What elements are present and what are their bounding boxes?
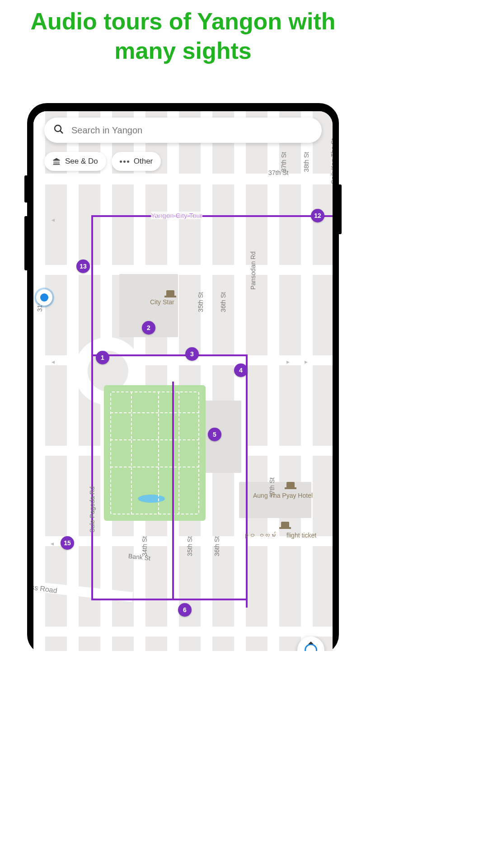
chip-label: Other (134, 157, 153, 166)
poi-marker-4[interactable]: 4 (234, 363, 248, 377)
search-icon (53, 124, 64, 137)
search-input[interactable] (71, 125, 313, 136)
promo-headline: Audio tours of Yangon with many sights (0, 0, 366, 75)
street-label: Seik Kan Tha St (330, 138, 333, 184)
poi-marker-15[interactable]: 15 (61, 536, 74, 550)
street-label: 36th St (220, 292, 227, 312)
poi-marker-2[interactable]: 2 (142, 321, 155, 335)
street-label: 36th St (213, 536, 221, 556)
chip-label: See & Do (65, 157, 98, 166)
street-label: 37th St (268, 169, 288, 176)
phone-frame: Yangon City Tour 31st St35th St36th StPa… (27, 103, 339, 651)
poi-marker-1[interactable]: 1 (96, 351, 109, 364)
poi-marker-5[interactable]: 5 (208, 428, 221, 441)
chip-other[interactable]: Other (112, 152, 161, 171)
street-label: Sule Pagoda Rd (89, 486, 96, 533)
poi-marker-6[interactable]: 6 (178, 603, 192, 617)
museum-icon (52, 157, 61, 165)
poi-marker-12[interactable]: 12 (311, 209, 324, 222)
chip-see-and-do[interactable]: See & Do (44, 152, 106, 171)
svg-point-0 (55, 125, 61, 132)
more-icon (120, 160, 129, 163)
street-label: 38th St (303, 152, 310, 172)
street-label: Pansodan Rd (249, 251, 257, 290)
hotel-icon (281, 522, 289, 528)
search-bar[interactable] (44, 118, 322, 143)
street-label: 35th St (186, 536, 193, 556)
map-poi-label: flight ticket (286, 532, 316, 539)
street-label: 35th St (197, 292, 204, 312)
poi-marker-13[interactable]: 13 (76, 259, 90, 273)
phone-screen: Yangon City Tour 31st St35th St36th StPa… (33, 111, 333, 651)
route-label: Yangon City Tour (151, 212, 202, 219)
map-poi-label: City Star (150, 298, 174, 306)
user-location-marker (36, 289, 52, 306)
map-poi-label: ဒု၀ ဂလမ်း (243, 532, 276, 539)
hotel-icon (166, 290, 174, 297)
svg-line-1 (60, 131, 63, 133)
hotel-icon (286, 482, 295, 488)
park (104, 385, 206, 521)
poi-marker-3[interactable]: 3 (185, 347, 199, 361)
map-poi-label: Aung Tha Pyay Hotel (253, 492, 313, 499)
